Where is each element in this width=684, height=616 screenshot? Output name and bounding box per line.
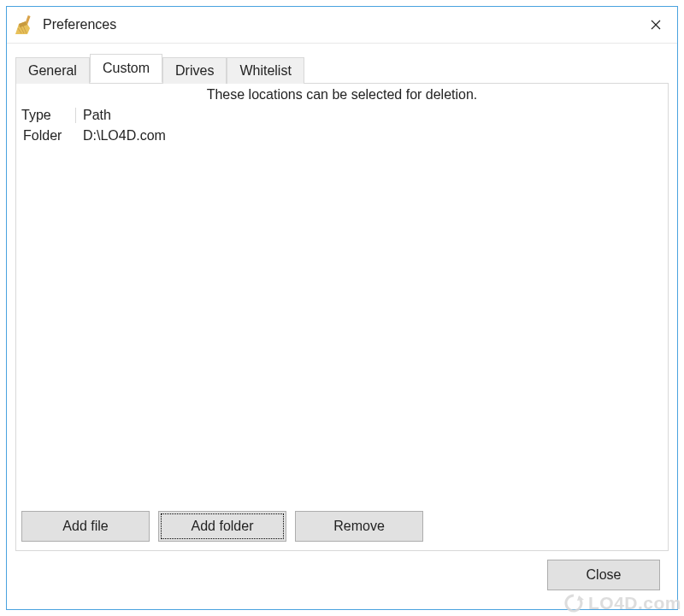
tab-panel-custom: These locations can be selected for dele…: [15, 83, 669, 551]
titlebar: Preferences: [7, 7, 677, 44]
window-body: General Custom Drives Whitelist These lo…: [7, 44, 677, 609]
tab-custom[interactable]: Custom: [90, 54, 162, 83]
table-header: Type Path: [18, 106, 666, 125]
dialog-footer: Close: [15, 551, 669, 601]
table-row[interactable]: Folder D:\LO4D.com: [18, 125, 666, 144]
column-header-path[interactable]: Path: [76, 108, 666, 123]
broom-icon: [15, 15, 34, 34]
window-close-button[interactable]: [634, 7, 677, 44]
add-file-button[interactable]: Add file: [21, 511, 150, 542]
close-button[interactable]: Close: [547, 560, 660, 590]
add-folder-button[interactable]: Add folder: [158, 511, 286, 542]
tab-whitelist[interactable]: Whitelist: [227, 57, 304, 84]
tabs-row: General Custom Drives Whitelist: [15, 56, 669, 83]
cell-type: Folder: [18, 128, 76, 144]
tab-drives[interactable]: Drives: [162, 57, 227, 84]
locations-table: Type Path Folder D:\LO4D.com: [16, 106, 668, 504]
cell-path: D:\LO4D.com: [76, 128, 666, 144]
preferences-window: Preferences General Custom Drives Whitel…: [6, 6, 678, 610]
panel-buttons: Add file Add folder Remove: [16, 504, 668, 550]
panel-description: These locations can be selected for dele…: [16, 84, 668, 106]
window-title: Preferences: [43, 17, 634, 32]
tab-general[interactable]: General: [15, 57, 90, 84]
remove-button[interactable]: Remove: [295, 511, 423, 542]
column-header-type[interactable]: Type: [18, 108, 76, 123]
